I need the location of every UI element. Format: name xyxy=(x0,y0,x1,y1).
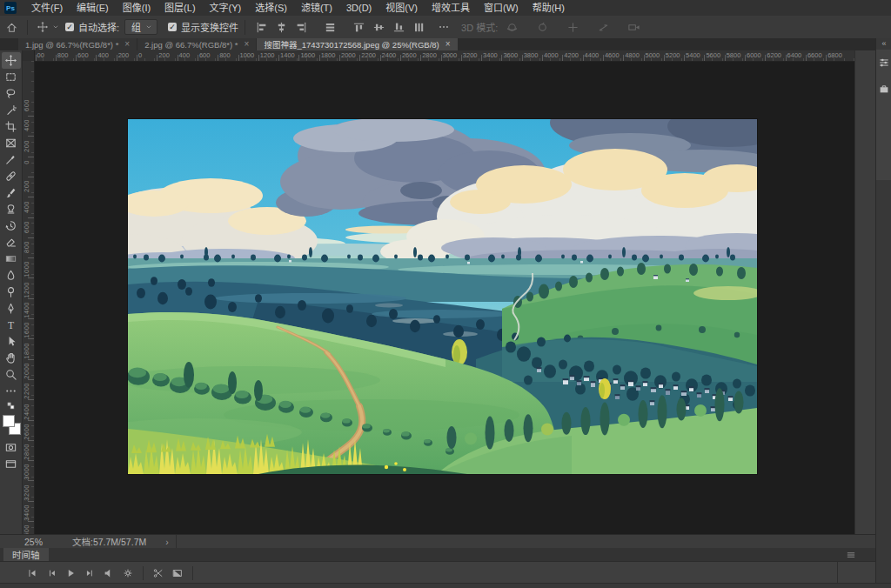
menu-item-11[interactable]: 帮助(H) xyxy=(526,0,572,16)
ruler-label: 2800 xyxy=(23,444,31,460)
align-top-icon[interactable] xyxy=(352,21,365,34)
menu-item-0[interactable]: 文件(F) xyxy=(24,0,70,16)
lasso-tool-icon[interactable] xyxy=(2,85,21,102)
ruler-tick xyxy=(36,55,37,61)
crop-tool-icon[interactable] xyxy=(2,118,21,135)
roll-3d-icon xyxy=(536,21,549,34)
dodge-tool-icon[interactable] xyxy=(2,284,21,300)
transition-button[interactable] xyxy=(168,565,187,581)
close-tab-icon[interactable]: × xyxy=(124,40,130,49)
healing-brush-tool-icon[interactable] xyxy=(2,168,21,184)
marquee-tool-icon[interactable] xyxy=(2,69,21,85)
canvas-image[interactable] xyxy=(128,119,757,474)
play-button[interactable] xyxy=(61,565,80,581)
collapse-panels-button[interactable]: « xyxy=(876,38,891,49)
ruler-label: 3000 xyxy=(23,464,31,480)
close-tab-icon[interactable]: × xyxy=(446,40,451,49)
3d-mode-label: 3D 模式: xyxy=(461,20,498,34)
ruler-tick xyxy=(745,55,746,61)
screen-mode-icon[interactable] xyxy=(2,456,21,472)
blur-tool-icon[interactable] xyxy=(2,267,21,284)
move-tool-icon[interactable] xyxy=(2,52,21,69)
menu-item-8[interactable]: 视图(V) xyxy=(379,0,425,16)
type-tool-icon[interactable]: T xyxy=(2,317,21,333)
ruler-label: 2800 xyxy=(422,51,437,59)
gradient-tool-icon[interactable] xyxy=(2,251,21,267)
ruler-tick xyxy=(501,55,502,61)
menu-item-1[interactable]: 编辑(E) xyxy=(70,0,116,16)
color-swatches[interactable] xyxy=(2,413,21,439)
ruler-label: 6400 xyxy=(787,51,802,59)
properties-panel-icon[interactable] xyxy=(878,57,890,69)
menu-item-9[interactable]: 增效工具 xyxy=(425,0,477,16)
ruler-tick xyxy=(359,55,360,61)
align-bottom-icon[interactable] xyxy=(392,21,405,34)
ellipsis-tool-icon[interactable] xyxy=(2,383,21,399)
prev-frame-button[interactable] xyxy=(42,565,61,581)
panel-menu-icon[interactable] xyxy=(846,550,856,560)
timeline-tab[interactable]: 时间轴 xyxy=(3,548,49,561)
auto-select-checkbox[interactable]: ✓ xyxy=(65,23,74,31)
hand-tool-icon[interactable] xyxy=(2,350,21,366)
first-frame-button[interactable] xyxy=(23,565,42,581)
status-options-chevron[interactable]: › xyxy=(165,537,169,547)
align-left-icon[interactable] xyxy=(255,21,268,34)
document-tab-label: 1.jpg @ 66.7%(RGB/8*) * xyxy=(25,40,118,50)
menu-item-3[interactable]: 图层(L) xyxy=(157,0,202,16)
auto-select-dropdown[interactable]: 组 xyxy=(124,19,157,35)
ruler-tick xyxy=(278,55,279,61)
menu-item-5[interactable]: 选择(S) xyxy=(248,0,294,16)
ruler-tick xyxy=(522,55,523,61)
swap-colors-icon[interactable] xyxy=(2,399,21,411)
frame-tool-icon[interactable] xyxy=(2,135,21,151)
ruler-label: 800 xyxy=(219,51,231,59)
foreground-color[interactable] xyxy=(3,415,15,427)
pen-tool-icon[interactable] xyxy=(2,300,21,317)
show-transform-checkbox[interactable]: ✓ xyxy=(168,23,177,31)
document-tab-1[interactable]: 1.jpg @ 66.7%(RGB/8*) *× xyxy=(18,38,137,50)
move-tool-icon[interactable] xyxy=(37,21,49,33)
menu-item-6[interactable]: 滤镜(T) xyxy=(294,0,339,16)
menu-item-4[interactable]: 文字(Y) xyxy=(203,0,249,16)
horizontal-ruler[interactable]: 0080060040020002004006008001000120014001… xyxy=(23,50,854,62)
ruler-tick xyxy=(28,277,34,278)
ruler-label: 6600 xyxy=(807,51,822,59)
align-center-horizontal-icon[interactable] xyxy=(275,21,288,34)
audio-button[interactable] xyxy=(99,565,118,581)
ellipsis-icon[interactable] xyxy=(438,21,450,33)
libraries-panel-icon[interactable] xyxy=(878,83,890,95)
align-middle-vertical-icon[interactable] xyxy=(372,21,385,34)
close-tab-icon[interactable]: × xyxy=(245,40,250,49)
document-tab-2[interactable]: 2.jpg @ 66.7%(RGB/8*) *× xyxy=(137,38,256,50)
history-brush-tool-icon[interactable] xyxy=(2,217,21,234)
brush-tool-icon[interactable] xyxy=(2,184,21,201)
distribute-horizontal-icon[interactable] xyxy=(324,21,337,34)
next-frame-button[interactable] xyxy=(80,565,99,581)
zoom-tool-icon[interactable] xyxy=(2,366,21,383)
distribute-vertical-icon[interactable] xyxy=(412,21,425,34)
ruler-tick xyxy=(96,55,97,61)
menu-item-2[interactable]: 图像(I) xyxy=(116,0,157,16)
path-select-tool-icon[interactable] xyxy=(2,333,21,350)
chevron-down-icon[interactable] xyxy=(51,23,60,31)
magic-wand-tool-icon[interactable] xyxy=(2,102,21,118)
home-icon[interactable] xyxy=(5,21,18,34)
ruler-tick xyxy=(238,55,239,61)
vertical-ruler[interactable]: 6004002000200400600800100012001400160018… xyxy=(23,61,35,534)
align-right-icon[interactable] xyxy=(295,21,308,34)
eyedropper-tool-icon[interactable] xyxy=(2,151,21,168)
clone-stamp-tool-icon[interactable] xyxy=(2,201,21,217)
split-at-playhead-button[interactable] xyxy=(149,565,168,581)
ruler-tick xyxy=(28,440,34,441)
zoom-level-field[interactable]: 25% xyxy=(24,537,43,547)
document-tab-bar: 1.jpg @ 66.7%(RGB/8*) *×2.jpg @ 66.7%(RG… xyxy=(0,38,875,50)
ruler-label: 200 xyxy=(23,140,31,152)
quick-mask-icon[interactable] xyxy=(2,439,21,456)
menu-item-7[interactable]: 3D(D) xyxy=(339,0,379,16)
menu-item-10[interactable]: 窗口(W) xyxy=(477,0,526,16)
ruler-label: 2600 xyxy=(23,424,31,440)
eraser-tool-icon[interactable] xyxy=(2,234,21,251)
landscape-painting xyxy=(128,119,757,474)
settings-button[interactable] xyxy=(118,565,137,581)
document-tab-3[interactable]: 搜图神器_1743730172568.jpeg @ 25%(RGB/8)× xyxy=(257,38,457,50)
